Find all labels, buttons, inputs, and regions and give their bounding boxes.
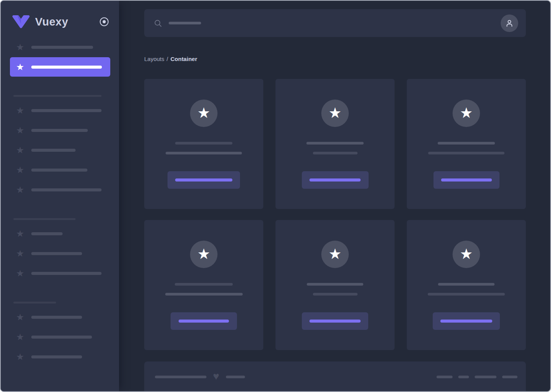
star-badge: ★ — [453, 100, 480, 127]
star-icon: ★ — [16, 352, 26, 361]
section-header-skeleton — [13, 302, 56, 304]
footer-text-skeleton — [226, 376, 245, 378]
star-badge: ★ — [321, 100, 349, 127]
placeholder-card: ★ — [407, 220, 526, 350]
app-window: Vuexy ★ ★ ★ — [0, 0, 551, 392]
sidebar-item-skeleton — [31, 169, 87, 172]
card-subtitle-skeleton — [428, 293, 505, 296]
button-label-skeleton — [179, 320, 229, 323]
person-icon — [505, 19, 514, 28]
sidebar-item[interactable]: ★ — [1, 244, 119, 263]
sidebar-item-skeleton — [31, 272, 102, 275]
star-icon: ★ — [16, 269, 26, 278]
card-title-skeleton — [175, 142, 232, 145]
footer-link-skeleton[interactable] — [458, 376, 469, 378]
sidebar-item[interactable]: ★ — [1, 327, 119, 347]
star-icon: ★ — [16, 249, 26, 258]
star-icon: ★ — [16, 146, 26, 155]
footer-link-skeleton[interactable] — [437, 376, 453, 378]
card-subtitle-skeleton — [166, 152, 242, 154]
star-icon: ★ — [329, 106, 342, 120]
app-title: Vuexy — [35, 16, 68, 28]
card-action-button[interactable] — [433, 312, 500, 330]
card-subtitle-skeleton — [165, 293, 243, 296]
button-label-skeleton — [441, 178, 492, 182]
card-title-skeleton — [438, 283, 495, 286]
sidebar-item[interactable]: ★ — [1, 101, 119, 120]
button-label-skeleton — [440, 320, 492, 323]
card-title-skeleton — [175, 283, 233, 286]
section-header-skeleton — [13, 95, 102, 97]
button-label-skeleton — [309, 320, 361, 323]
card-subtitle-skeleton — [428, 152, 504, 154]
footer-link-skeleton[interactable] — [502, 376, 517, 378]
footer-link-skeleton[interactable] — [475, 376, 496, 378]
breadcrumb-section[interactable]: Layouts — [144, 56, 164, 62]
card-action-button[interactable] — [302, 171, 369, 189]
breadcrumb-current: Container — [171, 56, 197, 62]
card-grid: ★ ★ — [144, 79, 526, 350]
sidebar-item[interactable]: ★ — [1, 180, 119, 200]
sidebar-item-skeleton — [31, 109, 102, 112]
star-badge: ★ — [453, 241, 480, 268]
sidebar-item-skeleton — [31, 188, 102, 191]
card-subtitle-skeleton — [313, 293, 358, 296]
breadcrumb-separator: / — [167, 56, 168, 62]
card-title-skeleton — [307, 283, 363, 286]
card-action-button[interactable] — [302, 312, 368, 330]
sidebar-item-skeleton — [31, 66, 102, 69]
footer-links — [437, 376, 517, 378]
sidebar-section-header — [13, 302, 119, 304]
card-title-skeleton — [438, 142, 495, 145]
menu-collapse-toggle-icon[interactable] — [99, 17, 109, 27]
star-icon: ★ — [16, 43, 26, 52]
sidebar-item[interactable]: ★ — [1, 263, 119, 283]
star-icon: ★ — [16, 165, 26, 175]
card-action-button[interactable] — [433, 171, 499, 189]
star-icon: ★ — [197, 247, 210, 261]
sidebar-item[interactable]: ★ — [1, 120, 119, 140]
sidebar-section-header — [13, 218, 119, 220]
footer-text-skeleton — [155, 376, 206, 378]
main-content: Layouts/Container ★ ★ — [119, 1, 551, 391]
card-subtitle-skeleton — [313, 152, 358, 154]
star-icon: ★ — [16, 229, 26, 238]
search-placeholder-skeleton — [169, 22, 201, 24]
star-icon: ★ — [16, 333, 26, 342]
section-header-skeleton — [13, 218, 76, 220]
sidebar-item[interactable]: ★ — [1, 160, 119, 180]
star-badge: ★ — [190, 100, 218, 127]
card-title-skeleton — [306, 142, 364, 145]
sidebar-item-active[interactable]: ★ — [10, 57, 110, 77]
sidebar-item[interactable]: ★ — [1, 140, 119, 160]
sidebar-item[interactable]: ★ — [1, 307, 119, 327]
sidebar-item-skeleton — [31, 149, 76, 152]
star-icon: ★ — [329, 247, 342, 261]
star-icon: ★ — [460, 247, 473, 261]
sidebar: Vuexy ★ ★ ★ — [1, 1, 119, 391]
button-label-skeleton — [175, 178, 232, 182]
sidebar-item[interactable]: ★ — [1, 347, 119, 367]
star-icon: ★ — [16, 313, 26, 322]
star-icon: ★ — [197, 106, 210, 120]
sidebar-header: Vuexy — [1, 1, 119, 31]
star-badge: ★ — [321, 241, 349, 268]
breadcrumb: Layouts/Container — [144, 56, 526, 62]
search-icon — [154, 19, 162, 27]
sidebar-item[interactable]: ★ — [1, 37, 119, 57]
sidebar-item-skeleton — [31, 316, 82, 319]
heart-icon: ♥ — [213, 371, 219, 382]
sidebar-item-skeleton — [31, 46, 93, 49]
sidebar-item-skeleton — [31, 232, 63, 235]
sidebar-item-skeleton — [31, 129, 88, 132]
star-badge: ★ — [190, 241, 218, 268]
search-bar[interactable] — [144, 9, 526, 37]
user-avatar[interactable] — [501, 14, 518, 32]
card-action-button[interactable] — [168, 171, 240, 189]
sidebar-item[interactable]: ★ — [1, 224, 119, 244]
star-icon: ★ — [460, 106, 473, 120]
card-action-button[interactable] — [171, 312, 237, 330]
sidebar-nav: ★ ★ ★ ★ ★ ★ — [1, 37, 119, 367]
placeholder-card: ★ — [407, 79, 526, 209]
placeholder-card: ★ — [144, 79, 263, 209]
